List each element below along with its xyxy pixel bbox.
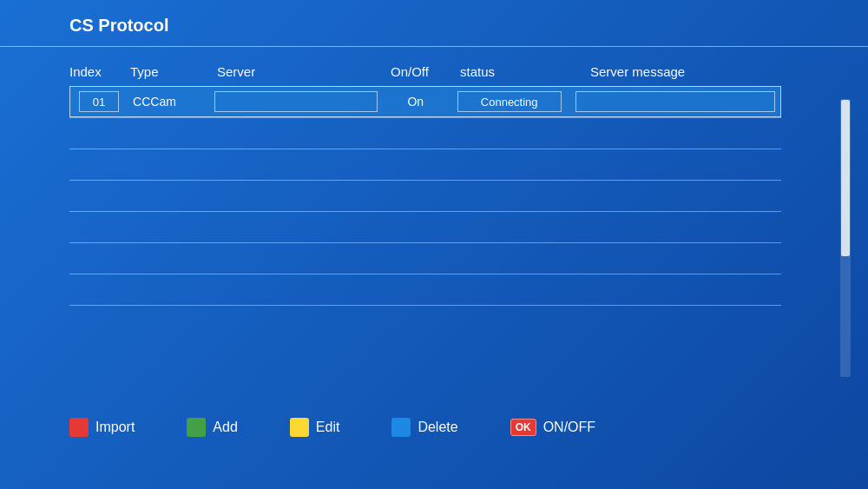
empty-row-7[interactable] <box>69 305 781 336</box>
content-area: Index Type Server On/Off status Server m… <box>0 47 868 354</box>
bottom-bar: Import Add Edit Delete OK ON/OFF <box>69 418 799 437</box>
import-color-icon <box>69 418 89 437</box>
empty-row-6[interactable] <box>69 274 781 305</box>
cell-status: Connecting <box>448 87 570 116</box>
table-body: 01 CCCam On Connecting <box>69 86 781 336</box>
message-box <box>575 91 775 112</box>
edit-button[interactable]: Edit <box>290 418 340 437</box>
header-index: Index <box>69 64 130 79</box>
delete-label: Delete <box>418 420 457 435</box>
edit-label: Edit <box>316 420 340 435</box>
delete-color-icon <box>391 418 411 437</box>
cell-type: CCCam <box>128 87 209 116</box>
index-box: 01 <box>79 91 119 112</box>
empty-row-2[interactable] <box>69 149 781 180</box>
empty-row-4[interactable] <box>69 211 781 242</box>
header-message: Server message <box>590 64 799 79</box>
header-type: Type <box>130 64 217 79</box>
header-onoff: On/Off <box>391 64 460 79</box>
scrollbar-thumb[interactable] <box>841 100 850 256</box>
import-button[interactable]: Import <box>69 418 135 437</box>
add-color-icon <box>187 418 206 437</box>
add-button[interactable]: Add <box>187 418 237 437</box>
cell-onoff: On <box>383 87 448 116</box>
title-area: CS Protocol <box>0 0 868 47</box>
server-box <box>214 91 378 112</box>
cell-message <box>570 87 780 116</box>
status-box: Connecting <box>457 91 562 112</box>
delete-button[interactable]: Delete <box>391 418 457 437</box>
import-label: Import <box>95 420 135 435</box>
header-server: Server <box>217 64 391 79</box>
empty-row-5[interactable] <box>69 242 781 274</box>
cell-index: 01 <box>70 87 128 116</box>
add-label: Add <box>213 420 237 435</box>
main-container: CS Protocol Index Type Server On/Off sta… <box>0 0 868 489</box>
onoff-label: ON/OFF <box>543 420 595 435</box>
scrollbar-track[interactable] <box>840 99 851 377</box>
edit-color-icon <box>290 418 309 437</box>
onoff-button[interactable]: OK ON/OFF <box>510 419 595 436</box>
table-row[interactable]: 01 CCCam On Connecting <box>69 86 781 117</box>
ok-badge: OK <box>510 419 536 436</box>
cell-server <box>209 87 383 116</box>
empty-row-1[interactable] <box>69 117 781 149</box>
empty-row-3[interactable] <box>69 180 781 211</box>
page-title: CS Protocol <box>69 16 168 35</box>
header-status: status <box>460 64 590 79</box>
table-header: Index Type Server On/Off status Server m… <box>69 64 799 86</box>
